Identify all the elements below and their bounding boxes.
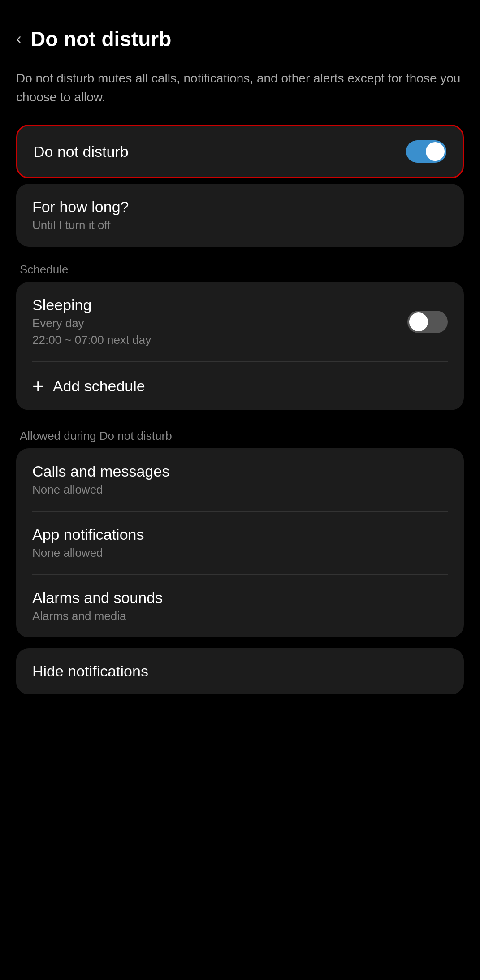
sleeping-toggle-container[interactable]: [407, 311, 448, 333]
hide-notifications-row[interactable]: Hide notifications: [16, 648, 464, 694]
app-notifications-subtitle: None allowed: [32, 546, 144, 560]
app-notifications-row[interactable]: App notifications None allowed: [16, 512, 464, 574]
allowed-section-label: Allowed during Do not disturb: [16, 416, 464, 448]
dnd-toggle-thumb: [426, 142, 445, 161]
dnd-toggle-row: Do not disturb: [17, 126, 463, 177]
sleeping-title: Sleeping: [32, 296, 380, 314]
add-schedule-row[interactable]: + Add schedule: [16, 362, 464, 410]
calls-messages-title: Calls and messages: [32, 463, 169, 480]
schedule-section-label: Schedule: [16, 252, 464, 282]
dnd-toggle-container[interactable]: [406, 140, 446, 163]
alarms-sounds-subtitle: Alarms and media: [32, 609, 163, 623]
hide-notifications-label: Hide notifications: [32, 663, 148, 680]
page-title: Do not disturb: [30, 27, 171, 51]
page-description: Do not disturb mutes all calls, notifica…: [16, 69, 464, 107]
for-how-long-text: For how long? Until I turn it off: [32, 198, 129, 232]
calls-messages-row[interactable]: Calls and messages None allowed: [16, 448, 464, 511]
sleeping-toggle-switch[interactable]: [407, 311, 448, 333]
app-notifications-title: App notifications: [32, 526, 144, 543]
app-notifications-text: App notifications None allowed: [32, 526, 144, 560]
sleeping-divider: [394, 306, 394, 338]
dnd-toggle-switch[interactable]: [406, 140, 446, 163]
for-how-long-subtitle: Until I turn it off: [32, 218, 129, 232]
sleeping-subtitle-2: 22:00 ~ 07:00 next day: [32, 333, 380, 347]
back-icon[interactable]: ‹: [16, 31, 22, 47]
alarms-sounds-row[interactable]: Alarms and sounds Alarms and media: [16, 575, 464, 637]
dnd-toggle-label: Do not disturb: [34, 143, 129, 160]
sleeping-toggle-thumb: [409, 312, 428, 331]
dnd-toggle-card: Do not disturb: [16, 125, 464, 178]
sleeping-subtitle-1: Every day: [32, 317, 380, 330]
alarms-sounds-text: Alarms and sounds Alarms and media: [32, 589, 163, 623]
calls-messages-text: Calls and messages None allowed: [32, 463, 169, 497]
allowed-card: Calls and messages None allowed App noti…: [16, 448, 464, 637]
do-not-disturb-page: ‹ Do not disturb Do not disturb mutes al…: [0, 0, 480, 736]
plus-icon: +: [32, 376, 44, 396]
for-how-long-card[interactable]: For how long? Until I turn it off: [16, 184, 464, 247]
sleeping-row[interactable]: Sleeping Every day 22:00 ~ 07:00 next da…: [16, 282, 464, 361]
sleeping-info: Sleeping Every day 22:00 ~ 07:00 next da…: [32, 296, 380, 347]
header: ‹ Do not disturb: [16, 27, 464, 51]
alarms-sounds-title: Alarms and sounds: [32, 589, 163, 607]
hide-notifications-card[interactable]: Hide notifications: [16, 648, 464, 694]
add-schedule-label: Add schedule: [53, 377, 145, 395]
for-how-long-title: For how long?: [32, 198, 129, 216]
calls-messages-subtitle: None allowed: [32, 483, 169, 497]
for-how-long-row[interactable]: For how long? Until I turn it off: [16, 184, 464, 247]
schedule-card: Sleeping Every day 22:00 ~ 07:00 next da…: [16, 282, 464, 410]
